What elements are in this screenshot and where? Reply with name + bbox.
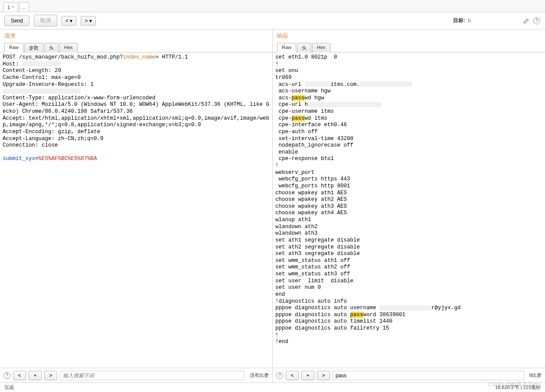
tab-label: 1 [7,5,10,10]
status-bytes: 18,820字节 | 221毫秒 [495,384,541,391]
tab-params[interactable]: 参数 [24,43,43,52]
help-icon[interactable]: ? [276,372,283,379]
close-icon[interactable]: × [12,5,14,10]
response-body[interactable]: set eth1.0 8021p 0!set onutr069 acs-url … [273,52,545,368]
tab-hex[interactable]: Hex [59,43,78,52]
search-add-button[interactable]: + [301,371,314,380]
main-split: 请求 Raw 参数 头 Hex POST /sys_manager/back_h… [0,29,545,382]
history-prev-button[interactable]: < ▾ [62,16,76,26]
search-prev-button[interactable]: < [286,371,299,380]
tab-raw[interactable]: Raw [277,43,296,52]
response-title: 响应 [273,29,545,42]
target-value: h [468,18,520,24]
tab-hex[interactable]: Hex [312,43,330,52]
match-count: 没有比赛 [250,372,269,379]
search-input[interactable] [333,371,524,380]
target-label: 目标: [453,17,465,24]
request-pane: 请求 Raw 参数 头 Hex POST /sys_manager/back_h… [0,29,273,382]
history-next-button[interactable]: > ▾ [81,16,95,26]
tab-raw[interactable]: Raw [4,43,23,52]
request-title: 请求 [0,29,272,42]
response-search-bar: ? < + > 8比赛 [273,368,545,382]
status-done: 完成 [4,384,14,391]
response-subtabs: Raw 头 Hex [273,42,545,52]
response-pane: 响应 Raw 头 Hex set eth1.0 8021p 0!set onut… [273,29,545,382]
match-count: 8比赛 [529,372,542,379]
window-tabs: 1 × ... [0,0,545,12]
request-search-bar: ? < + > 没有比赛 [0,368,272,382]
status-bar: 完成 18,820字节 | 221毫秒 [0,382,545,392]
request-body[interactable]: POST /sys_manager/back_huifu_mod.php?ind… [0,52,272,368]
tab-plus[interactable]: ... [19,2,29,12]
search-next-button[interactable]: > [317,371,330,380]
tab-1[interactable]: 1 × [3,2,18,12]
help-icon[interactable]: ? [533,17,541,25]
request-subtabs: Raw 参数 头 Hex [0,42,272,52]
search-next-button[interactable]: > [44,371,57,380]
search-prev-button[interactable]: < [13,371,26,380]
tab-headers[interactable]: 头 [44,43,59,52]
send-button[interactable]: Send [4,16,29,26]
search-input[interactable] [60,371,245,380]
dots-icon: ... [22,5,26,10]
toolbar: Send 取消 < ▾ > ▾ 目标: h ? [0,12,545,29]
edit-icon[interactable] [522,17,530,25]
help-icon[interactable]: ? [3,372,10,379]
cancel-button[interactable]: 取消 [34,15,57,26]
search-add-button[interactable]: + [29,371,42,380]
tab-headers[interactable]: 头 [297,43,311,52]
